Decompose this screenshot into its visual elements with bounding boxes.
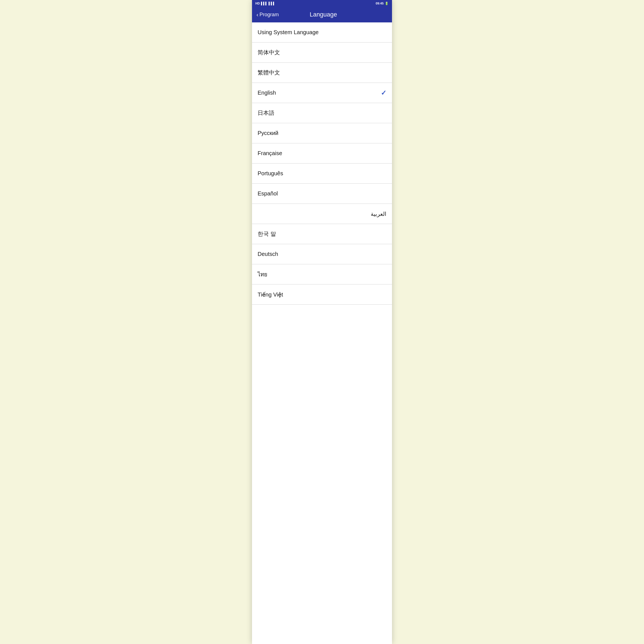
language-item-pt[interactable]: Português [252, 164, 392, 184]
language-item-fr[interactable]: Française [252, 143, 392, 164]
language-item-en[interactable]: English✓ [252, 83, 392, 103]
language-name-zh-hans: 简体中文 [258, 49, 280, 56]
nav-bar: ‹ Program Language [252, 7, 392, 22]
selected-checkmark-icon: ✓ [381, 89, 386, 97]
back-arrow-icon: ‹ [256, 11, 258, 18]
language-name-es: Español [258, 190, 278, 197]
language-list: Using System Language简体中文繁體中文English✓日本語… [252, 22, 392, 644]
nav-title: Language [279, 11, 368, 18]
status-bar-left: HD ▌▌▌ ▌▌▌ [255, 2, 275, 5]
language-name-system: Using System Language [258, 29, 319, 36]
status-bar-right: 09:45 🔋 [376, 2, 389, 5]
status-signal-2: ▌▌▌ [269, 2, 275, 5]
language-item-es[interactable]: Español [252, 184, 392, 204]
language-item-system[interactable]: Using System Language [252, 22, 392, 43]
language-name-zh-hant: 繁體中文 [258, 69, 280, 76]
language-name-vi: Tiếng Việt [258, 291, 283, 298]
language-item-ko[interactable]: 한국 말 [252, 224, 392, 244]
language-name-ja: 日本語 [258, 109, 274, 117]
language-item-ru[interactable]: Русский [252, 123, 392, 143]
status-signal-1: ▌▌▌ [261, 2, 267, 5]
language-name-fr: Française [258, 150, 282, 157]
phone-container: HD ▌▌▌ ▌▌▌ 09:45 🔋 ‹ Program Language Us… [252, 0, 392, 644]
language-name-en: English [258, 90, 276, 96]
language-name-ru: Русский [258, 130, 278, 136]
back-button[interactable]: ‹ Program [256, 11, 279, 18]
language-item-th[interactable]: ไทย [252, 264, 392, 284]
language-name-pt: Português [258, 170, 283, 177]
status-hd-icon: HD [255, 2, 260, 5]
back-label: Program [260, 12, 279, 18]
language-item-vi[interactable]: Tiếng Việt [252, 284, 392, 305]
status-bar: HD ▌▌▌ ▌▌▌ 09:45 🔋 [252, 0, 392, 7]
language-name-de: Deutsch [258, 251, 278, 257]
language-name-ko: 한국 말 [258, 230, 276, 238]
language-name-ar: العربية [258, 211, 386, 217]
language-item-ar[interactable]: العربية [252, 204, 392, 224]
language-item-zh-hant[interactable]: 繁體中文 [252, 63, 392, 83]
language-item-de[interactable]: Deutsch [252, 244, 392, 264]
status-time: 09:45 [376, 2, 384, 5]
language-name-th: ไทย [258, 270, 267, 279]
language-item-ja[interactable]: 日本語 [252, 103, 392, 123]
battery-icon: 🔋 [385, 2, 389, 5]
language-item-zh-hans[interactable]: 简体中文 [252, 43, 392, 63]
